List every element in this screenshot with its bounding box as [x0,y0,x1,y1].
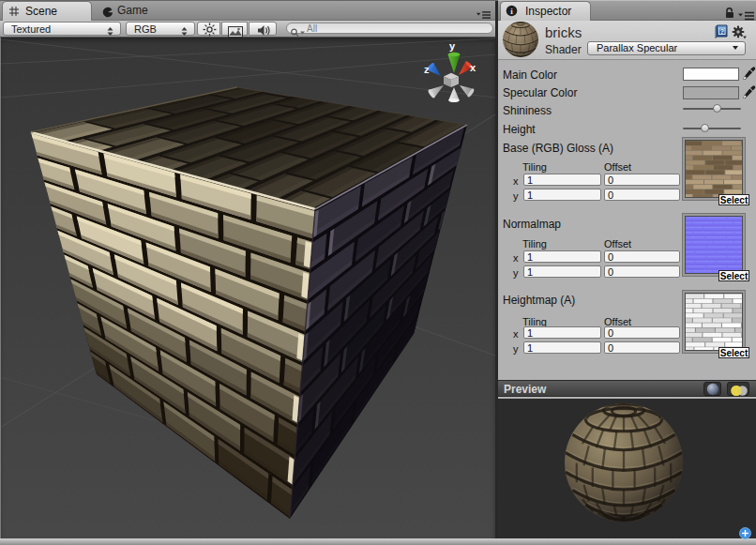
svg-text:y: y [449,40,456,52]
svg-text:x: x [470,62,476,73]
svg-text:?: ? [720,27,725,36]
svg-text:z: z [424,64,430,75]
